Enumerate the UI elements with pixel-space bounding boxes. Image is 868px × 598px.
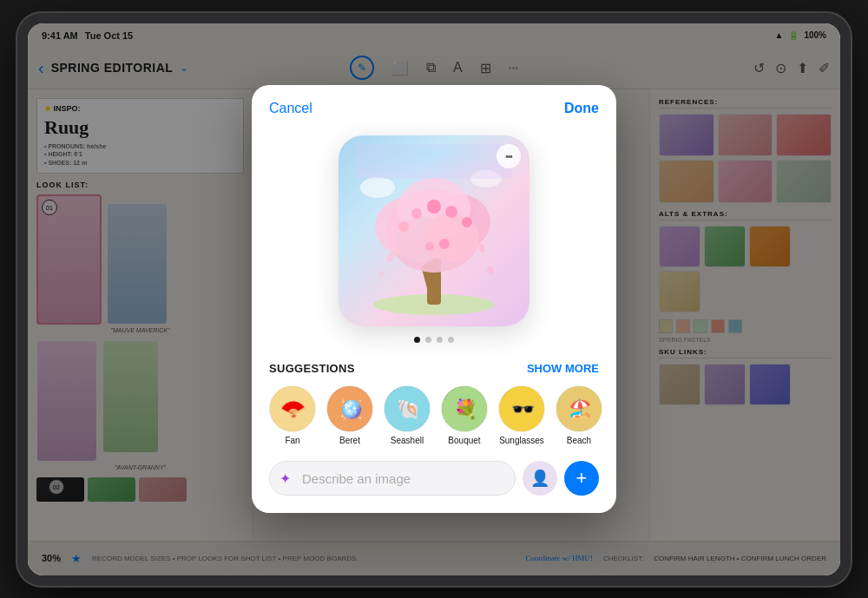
modal-image-area: •••: [252, 127, 616, 352]
describe-input-wrapper: ✦ Describe an image: [269, 461, 516, 496]
ipad-screen: 9:41 AM Tue Oct 15 ▲ 🔋 100% ‹ SPRING EDI…: [28, 23, 840, 575]
page-indicator: [414, 337, 454, 343]
svg-point-12: [398, 221, 409, 232]
suggestion-fan-label: Fan: [285, 436, 299, 445]
generated-image-container: •••: [339, 135, 529, 326]
more-options-button[interactable]: •••: [496, 144, 521, 168]
svg-text:💐: 💐: [454, 398, 478, 421]
suggestion-bouquet-label: Bouquet: [448, 436, 480, 445]
suggestions-title: SUGGESTIONS: [269, 362, 355, 375]
svg-point-10: [411, 208, 422, 219]
svg-point-17: [478, 243, 485, 253]
dot-3[interactable]: [437, 337, 443, 343]
fan-svg: 🪭: [270, 386, 316, 432]
svg-text:🪭: 🪭: [280, 396, 306, 421]
image-generation-modal: Cancel Done: [252, 85, 616, 513]
seashell-svg: 🐚: [385, 386, 431, 432]
suggestion-fan-circle: 🪭: [269, 385, 316, 432]
suggestion-bouquet-circle: 💐: [441, 385, 488, 432]
suggestion-fan[interactable]: 🪭 Fan: [269, 385, 316, 445]
suggestion-beret-label: Beret: [339, 436, 360, 445]
suggestion-sunglasses-label: Sunglasses: [499, 436, 544, 445]
show-more-button[interactable]: SHOW MORE: [527, 362, 599, 375]
svg-point-9: [427, 200, 441, 214]
svg-point-15: [439, 239, 450, 249]
svg-point-14: [425, 242, 434, 251]
suggestions-header: SUGGESTIONS SHOW MORE: [269, 362, 599, 375]
svg-text:🪩: 🪩: [339, 398, 364, 421]
beach-svg: 🏖️: [556, 386, 602, 432]
plus-button[interactable]: +: [564, 461, 599, 496]
input-area: ✦ Describe an image 👤 +: [252, 454, 616, 496]
suggestion-beach[interactable]: 🏖️ Beach: [556, 385, 602, 445]
suggestion-seashell-label: Seashell: [391, 436, 424, 445]
svg-text:🕶️: 🕶️: [511, 398, 536, 421]
svg-text:🐚: 🐚: [397, 398, 421, 421]
bouquet-svg: 💐: [442, 386, 488, 432]
suggestion-bouquet[interactable]: 💐 Bouquet: [441, 385, 488, 445]
suggestion-seashell-circle: 🐚: [384, 385, 431, 432]
suggestion-beret[interactable]: 🪩 Beret: [326, 385, 373, 445]
dot-1[interactable]: [414, 337, 420, 343]
svg-point-11: [445, 206, 457, 218]
done-button[interactable]: Done: [564, 101, 599, 116]
person-icon: 👤: [530, 469, 549, 488]
plus-icon: +: [576, 467, 588, 490]
svg-text:🏖️: 🏖️: [569, 398, 593, 421]
svg-point-20: [360, 177, 395, 198]
svg-rect-22: [356, 144, 512, 179]
dot-4[interactable]: [448, 337, 454, 343]
svg-point-19: [485, 265, 495, 275]
ipad-frame: 9:41 AM Tue Oct 15 ▲ 🔋 100% ‹ SPRING EDI…: [17, 13, 851, 586]
suggestion-beach-label: Beach: [567, 436, 591, 445]
sunglasses-svg: 🕶️: [499, 386, 545, 432]
modal-overlay: Cancel Done: [28, 23, 840, 575]
modal-header: Cancel Done: [252, 85, 616, 127]
suggestion-sunglasses[interactable]: 🕶️ Sunglasses: [498, 385, 545, 445]
suggestion-sunglasses-circle: 🕶️: [498, 385, 545, 432]
beret-svg: 🪩: [327, 386, 373, 432]
suggestion-seashell[interactable]: 🐚 Seashell: [384, 385, 431, 445]
cherry-tree-illustration: [356, 144, 512, 318]
more-dots-icon: •••: [505, 152, 512, 161]
suggestions-section: SUGGESTIONS SHOW MORE 🪭: [252, 352, 616, 454]
suggestion-beach-circle: 🏖️: [556, 385, 602, 432]
cancel-button[interactable]: Cancel: [269, 101, 312, 116]
svg-point-13: [462, 217, 472, 227]
suggestions-row: 🪭 Fan 🪩 Be: [269, 385, 599, 445]
person-button[interactable]: 👤: [523, 461, 557, 496]
dot-2[interactable]: [425, 337, 431, 343]
suggestion-beret-circle: 🪩: [326, 385, 373, 432]
svg-point-18: [378, 269, 386, 279]
